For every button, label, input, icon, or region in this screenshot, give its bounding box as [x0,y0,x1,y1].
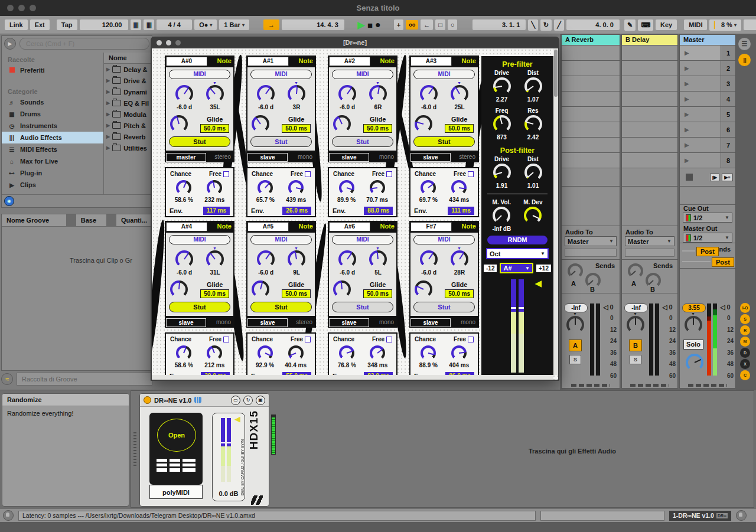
track-header[interactable]: B Delay [622,35,677,45]
draw-region-button[interactable]: □ [435,19,445,30]
tempo-display[interactable]: 120.00 [80,19,128,30]
octave-select[interactable]: Oct▼ [486,248,549,259]
midi-button[interactable]: MIDI [413,235,475,244]
envelope-value[interactable]: 26.0 ms [282,207,311,215]
loop-start-display[interactable]: 3. 1. 1 [472,19,526,30]
output-sub-routing[interactable] [625,249,674,257]
scene-number[interactable]: 3 [721,76,735,91]
cue-out-select[interactable]: 1/2▼ [683,213,732,223]
free-checkbox[interactable] [223,171,229,177]
ext-button[interactable]: Ext [30,19,50,30]
max-vertical-scrollbar[interactable] [553,48,558,375]
tap-tempo-button[interactable]: Tap [57,19,77,30]
fader-handle[interactable]: ◁ 0 [603,303,614,311]
max-window-titlebar[interactable]: [Dr∞ne] [151,37,559,48]
clip-slot[interactable] [562,92,620,107]
browser-folder-row[interactable]: ▶ Delay & [104,64,152,75]
solo-button[interactable]: S [630,355,641,364]
channel-mode-toggle[interactable]: stereo [296,319,312,325]
pre-res-knob[interactable] [524,115,542,133]
free-checkbox[interactable] [305,171,311,177]
pan-knob[interactable]: ▼ [566,316,584,334]
draw-mode-button[interactable]: ✎ [624,19,636,31]
scene-number[interactable]: 7 [721,138,735,152]
free-checkbox[interactable] [305,337,311,342]
pan-knob[interactable]: ▼ [627,316,644,334]
midi-button[interactable]: MIDI [250,235,312,244]
arrangement-position[interactable]: 14. 4. 3 [282,19,344,30]
scene-number[interactable]: 6 [721,122,735,137]
glide-value[interactable]: 50.0 ms [200,289,229,298]
voice-note-select[interactable]: A#4 [166,222,207,231]
stop-button[interactable]: ■ [367,20,373,30]
scene-number[interactable]: 8 [721,153,735,168]
pan-knob[interactable]: ▼ [451,85,468,103]
scene-slot[interactable]: ▶ 8 [680,153,735,168]
stutter-button[interactable]: Stut [169,136,230,147]
send-a-knob[interactable] [568,263,583,279]
envelope-value[interactable]: 88.0 ms [364,207,393,215]
cue-volume-knob[interactable] [686,354,703,371]
scene-number[interactable]: 2 [721,61,735,76]
glide-value[interactable]: 50.0 ms [445,124,474,133]
output-routing-select[interactable]: Master▼ [625,236,674,246]
loop-button[interactable]: ↻ [540,19,552,31]
free-rate-knob[interactable] [288,345,304,361]
glide-value[interactable]: 50.0 ms [282,124,311,133]
glide-value[interactable]: 50.0 ms [445,289,474,298]
search-input[interactable] [19,38,149,50]
droone-device[interactable]: DR∞NE v1.0 ▭ ↻ ▣ Open polyMIDI ◀ 0.0 dB [139,393,269,507]
stop-all-clips-button[interactable] [686,174,693,181]
chance-knob[interactable] [339,180,354,195]
midi-button[interactable]: MIDI [413,70,475,79]
volume-knob[interactable] [420,250,438,268]
sidebar-category-item[interactable]: ♬ Sounds [2,96,103,108]
mixer-sections-icon[interactable]: ||| [738,54,751,66]
volume-knob[interactable] [338,85,356,103]
clock-mode-toggle[interactable]: slave [329,153,369,162]
hamburger-menu-icon[interactable]: ☰ [738,38,751,50]
scene-play-icon[interactable]: ▶ [685,142,689,148]
free-checkbox[interactable] [468,171,474,177]
channel-mode-toggle[interactable]: mono [461,319,475,325]
midi-button[interactable]: MIDI [169,70,230,79]
chevron-right-icon[interactable]: ▶ [106,134,110,139]
open-editor-button[interactable]: Open [157,419,196,452]
scene-slot[interactable]: ▶ 6 [680,122,735,138]
scene-play-icon[interactable]: ▶ [685,126,689,133]
sidebar-category-item[interactable]: ▦ Drums [2,108,103,120]
scene-play-icon[interactable]: ▶ [685,65,689,71]
volume-knob[interactable] [175,250,193,268]
key-map-button[interactable]: Key [656,19,677,30]
clip-slot[interactable] [622,122,677,138]
browser-folder-row[interactable]: ▶ Pitch & [104,120,152,131]
free-rate-knob[interactable] [370,345,385,361]
browser-folder-row[interactable]: ▶ Reverb [104,131,152,142]
sidebar-category-item[interactable]: ⊷ Plug-in [2,167,103,179]
track-activator-button[interactable]: B [629,340,642,351]
mixer-section-toggle[interactable]: S [740,314,750,324]
post-dist-knob[interactable] [524,164,542,181]
volume-knob[interactable] [257,250,275,268]
meter-fader-handle[interactable]: ◀ [234,414,240,423]
chance-knob[interactable] [176,345,191,361]
stutter-button[interactable]: Stut [413,136,475,147]
clip-slot[interactable] [622,45,677,61]
channel-mode-toggle[interactable]: mono [379,154,394,160]
scene-number[interactable]: 5 [721,107,735,122]
free-checkbox[interactable] [386,171,392,177]
glide-knob[interactable] [415,115,432,133]
stop-clip-row[interactable] [562,168,620,187]
mixer-section-toggle[interactable]: I-O [740,303,750,313]
sidebar-category-item[interactable]: ▶ Clips [2,179,103,191]
unfold-device-icon[interactable]: ▭ [231,396,240,405]
solo-button[interactable]: S [569,355,581,364]
track-header[interactable]: A Reverb [562,35,620,45]
scene-play-icon[interactable]: ▶ [685,80,689,87]
clip-slot[interactable] [622,138,677,153]
stutter-button[interactable]: Stut [169,302,230,312]
chance-knob[interactable] [339,345,354,361]
glide-value[interactable]: 50.0 ms [200,124,229,133]
free-checkbox[interactable] [386,337,392,342]
device-titlebar[interactable]: DR∞NE v1.0 ▭ ↻ ▣ [140,394,269,407]
